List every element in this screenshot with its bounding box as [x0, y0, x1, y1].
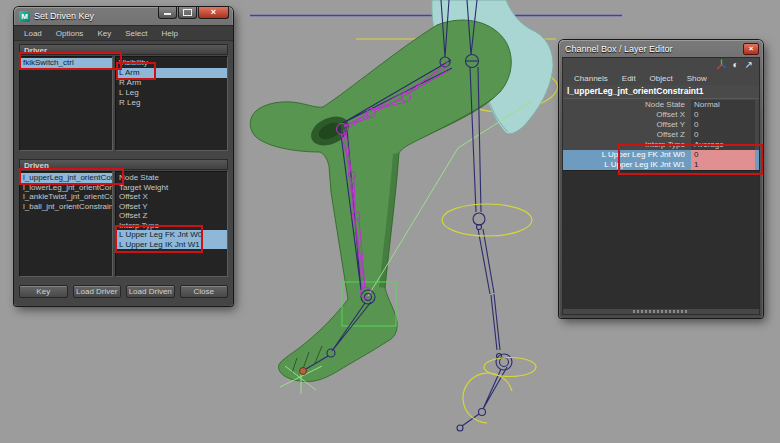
sdk-button-row: KeyLoad DriverLoad DrivenClose: [19, 285, 228, 298]
channel-value-field[interactable]: 0: [691, 120, 755, 130]
sdk-menu-item[interactable]: Help: [154, 27, 184, 40]
driver-attribute-item[interactable]: R Arm: [116, 78, 227, 88]
nurbs-control-knee[interactable]: [442, 204, 532, 236]
channel-value-field[interactable]: 0: [691, 150, 755, 160]
cb-node-name: l_upperLeg_jnt_orientConstraint1: [563, 85, 759, 99]
channel-row[interactable]: Offset Y 0: [563, 120, 759, 130]
driven-node-item[interactable]: l_ankleTwist_jnt_orientConstraint1: [20, 192, 112, 202]
driven-attribute-item[interactable]: Offset X: [116, 192, 227, 202]
channel-row[interactable]: Offset X 0: [563, 110, 759, 120]
sdk-menu-item[interactable]: Key: [90, 27, 118, 40]
sdk-titlebar[interactable]: M Set Driven Key ×: [14, 7, 233, 25]
channel-label: Node State: [563, 100, 689, 110]
channel-row[interactable]: Node State Normal: [563, 100, 759, 110]
set-driven-key-window: M Set Driven Key × LoadOptionsKeySelectH…: [14, 7, 233, 306]
channel-value-field[interactable]: Normal: [691, 100, 755, 110]
channel-label: Offset Y: [563, 120, 689, 130]
channel-value-field[interactable]: 0: [691, 130, 755, 140]
sdk-window-title: Set Driven Key: [34, 11, 94, 21]
cb-toolbar: ◐ ↗: [563, 58, 759, 71]
driver-section-header: Driver: [19, 44, 228, 55]
channel-row[interactable]: Interp Type Average: [563, 140, 759, 150]
driver-panel: fkikSwitch_ctrl VisibilityL ArmR ArmL Le…: [19, 56, 228, 151]
sdk-action-button[interactable]: Close: [180, 285, 229, 298]
channel-label: L Upper Leg IK Jnt W1: [563, 160, 689, 170]
cb-window-title: Channel Box / Layer Editor: [565, 44, 673, 54]
sdk-menu-item[interactable]: Select: [118, 27, 154, 40]
channel-row[interactable]: L Upper Leg FK Jnt W0 0: [563, 150, 759, 160]
driven-attribute-item[interactable]: Interp Type: [116, 221, 227, 231]
nurbs-controls[interactable]: [442, 204, 536, 423]
channel-label: Interp Type: [563, 140, 689, 150]
sdk-action-button[interactable]: Load Driver: [73, 285, 122, 298]
speed-toggle-icon[interactable]: ◐: [733, 59, 739, 71]
manipulator-axis-icon[interactable]: [716, 59, 727, 70]
driven-node-item[interactable]: l_ball_jnt_orientConstraint1: [20, 202, 112, 212]
channel-label: Offset X: [563, 110, 689, 120]
cb-titlebar[interactable]: Channel Box / Layer Editor ×: [559, 40, 763, 57]
cb-menubar: ChannelsEditObjectShow: [563, 71, 759, 85]
maximize-button-icon[interactable]: [178, 7, 197, 19]
driver-attribute-item[interactable]: R Leg: [116, 98, 227, 108]
cb-menu-item[interactable]: Show: [680, 72, 714, 85]
driven-section-header: Driven: [19, 159, 228, 170]
driver-attribute-item[interactable]: Visibility: [116, 58, 227, 68]
cb-menu-item[interactable]: Channels: [567, 72, 615, 85]
channel-label: L Upper Leg FK Jnt W0: [563, 150, 689, 160]
driver-node-list[interactable]: fkikSwitch_ctrl: [19, 56, 113, 151]
close-button-icon[interactable]: ×: [198, 7, 229, 19]
cb-empty-area: [563, 170, 759, 309]
driven-node-item[interactable]: l_lowerLeg_jnt_orientConstraint1: [20, 183, 112, 193]
minimize-button-icon[interactable]: [158, 7, 177, 19]
channel-box-window: Channel Box / Layer Editor × ◐ ↗ Channel…: [559, 40, 763, 318]
cb-menu-item[interactable]: Edit: [615, 72, 643, 85]
cb-close-button-icon[interactable]: ×: [743, 43, 759, 55]
cb-content: ◐ ↗ ChannelsEditObjectShow l_upperLeg_jn…: [562, 57, 760, 315]
sdk-menubar: LoadOptionsKeySelectHelp: [14, 25, 233, 41]
channel-row[interactable]: Offset Z 0: [563, 130, 759, 140]
leg-mesh[interactable]: [250, 20, 511, 381]
driven-attribute-item[interactable]: Target Weight: [116, 183, 227, 193]
driven-node-item[interactable]: l_upperLeg_jnt_orientConstraint1: [20, 173, 112, 183]
driver-attribute-list[interactable]: VisibilityL ArmR ArmL LegR Leg: [115, 56, 228, 151]
channel-label: Offset Z: [563, 130, 689, 140]
driver-node-item[interactable]: fkikSwitch_ctrl: [20, 58, 112, 68]
maya-app-icon: M: [19, 11, 30, 22]
channel-value-field[interactable]: 0: [691, 110, 755, 120]
sdk-action-button[interactable]: Load Driven: [126, 285, 175, 298]
driven-panel: l_upperLeg_jnt_orientConstraint1l_lowerL…: [19, 171, 228, 277]
channel-value-field[interactable]: 1: [691, 160, 755, 170]
driver-attribute-item[interactable]: L Leg: [116, 88, 227, 98]
driven-attribute-item[interactable]: L Upper Leg IK Jnt W1: [116, 240, 227, 250]
channel-row[interactable]: L Upper Leg IK Jnt W1 1: [563, 160, 759, 170]
sdk-action-button[interactable]: Key: [19, 285, 68, 298]
driven-attribute-item[interactable]: Node State: [116, 173, 227, 183]
driven-attribute-item[interactable]: Offset Y: [116, 202, 227, 212]
driven-attribute-item[interactable]: Offset Z: [116, 211, 227, 221]
cb-resize-grip[interactable]: [563, 309, 759, 314]
channel-list: Node State Normal Offset X 0 Offset Y 0 …: [563, 99, 759, 170]
driven-attribute-item[interactable]: L Upper Leg FK Jnt W0: [116, 230, 227, 240]
cb-menu-item[interactable]: Object: [643, 72, 680, 85]
driver-attribute-item[interactable]: L Arm: [116, 68, 227, 78]
channel-value-field[interactable]: Average: [691, 140, 755, 150]
driven-attribute-list[interactable]: Node StateTarget WeightOffset XOffset YO…: [115, 171, 228, 277]
toe-joint-end[interactable]: [300, 368, 307, 375]
driven-node-list[interactable]: l_upperLeg_jnt_orientConstraint1l_lowerL…: [19, 171, 113, 277]
sdk-menu-item[interactable]: Load: [17, 27, 49, 40]
pick-arrow-icon[interactable]: ↗: [745, 59, 753, 71]
sdk-content: Driver fkikSwitch_ctrl VisibilityL ArmR …: [14, 41, 233, 305]
sdk-menu-item[interactable]: Options: [49, 27, 91, 40]
